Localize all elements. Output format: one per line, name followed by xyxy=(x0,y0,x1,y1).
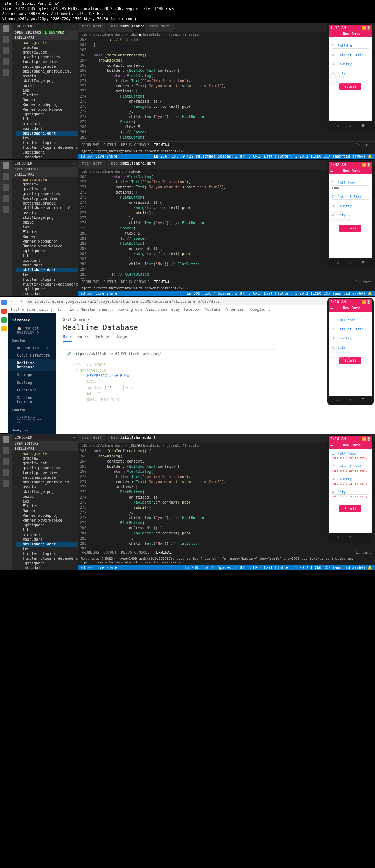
nav-storage[interactable]: Storage xyxy=(8,371,56,379)
tab-main[interactable]: main.dart xyxy=(78,23,107,32)
fullname-value[interactable]: Emma xyxy=(332,186,369,191)
tree-item[interactable]: Flutter xyxy=(16,93,78,98)
tree-item[interactable]: test xyxy=(16,136,78,140)
git-icon[interactable] xyxy=(3,47,9,54)
tab-skill[interactable]: skillshare.dart● xyxy=(133,23,145,32)
project-overview[interactable]: 🏠 Project Overview ⚙ xyxy=(8,324,56,336)
file-tree: awns.gradle gradlew gradlew.bat gradle.p… xyxy=(12,40,78,159)
vscode-frame-1: EXPLORER⋯ OPEN EDITORS 1 UNSAVED SKILLSH… xyxy=(0,23,375,159)
country-input[interactable] xyxy=(105,385,124,390)
vscode-frame-4: EXPLORER⋯ OPEN EDITORS SKILLSHARE awns.g… xyxy=(0,434,375,570)
tree-item[interactable]: skillImage.png xyxy=(16,78,78,83)
nav-hosting[interactable]: Hosting xyxy=(8,379,56,386)
back-icon[interactable] xyxy=(1,300,7,305)
tab-data[interactable]: data.dart xyxy=(145,23,174,32)
firebase-brand: Firebase xyxy=(8,316,56,324)
tree-item[interactable]: gradlew.bat xyxy=(16,50,78,55)
tree-item[interactable]: skillshare_android.iml xyxy=(16,69,78,74)
tree-item[interactable]: build xyxy=(16,83,78,88)
nav-fwd-icon[interactable]: → xyxy=(15,299,18,304)
tree-item[interactable]: settings.gradle xyxy=(16,64,78,69)
err-fullname: This field can be empty xyxy=(332,456,369,460)
bookmarks-bar: Full online history: t... Euro-Mediterra… xyxy=(8,306,375,313)
tree-item[interactable]: awns.gradle xyxy=(16,40,78,45)
nav-ml[interactable]: Machine Learning xyxy=(8,394,56,406)
debug-icon[interactable] xyxy=(3,58,9,65)
more-icon[interactable]: ⋯ xyxy=(73,24,75,28)
nav-home[interactable]: ○ xyxy=(349,124,351,128)
db-url[interactable]: 🔗 https://skillshare-67d95.firebaseio.co… xyxy=(63,349,276,358)
tree-item[interactable]: gradle.properties xyxy=(16,55,78,59)
db-country[interactable]: country: + × xyxy=(70,384,360,391)
cursor-pos[interactable]: Ln 276, Col 49 (29 selected) Spaces: 2 U… xyxy=(154,154,372,158)
nav-auth[interactable]: Authentication xyxy=(8,344,56,352)
nav-back-icon[interactable]: ← xyxy=(11,299,13,304)
activity-bar xyxy=(0,23,12,159)
db-name[interactable]: name: "New York" xyxy=(70,397,360,402)
terminal-output: bject_r:sysfs_batteryinfo:s0 tclass=dir … xyxy=(78,148,375,154)
nav-back[interactable]: ◁ xyxy=(336,124,338,128)
tree-item[interactable]: skillshare.dart xyxy=(16,131,78,136)
tree-item[interactable]: local.properties xyxy=(16,59,78,64)
project-breadcrumb[interactable]: SkillShare ▾ xyxy=(63,317,368,321)
field-dob[interactable]: 2. Date of Birth xyxy=(332,53,369,58)
nav-functions[interactable]: Functions xyxy=(8,386,56,394)
vscode-frame-2: EXPLORER⋯ OPEN EDITORS SKILLSHARE awns.g… xyxy=(0,160,375,296)
ext-icon[interactable] xyxy=(3,69,9,76)
tree-item[interactable]: ios xyxy=(16,88,78,93)
terminal-panel: PROBLEMS OUTPUT DEBUG CONSOLE TERMINAL 1… xyxy=(78,141,375,154)
tab-data[interactable]: Data xyxy=(63,335,72,342)
tree-item[interactable]: Runner.xcworkspace xyxy=(16,107,78,112)
page-title: Realtime Database xyxy=(63,323,368,332)
video-line: Video: h264, yuv420p, 1280x720, 1359 kb/… xyxy=(2,16,373,22)
back-icon[interactable]: ← xyxy=(330,32,333,36)
phone-emulator-1: 1:47 AM📶🔋 ←New Data SKILL share 1. FullN… xyxy=(327,23,374,131)
tree-item[interactable]: lib xyxy=(16,117,78,121)
tree-item[interactable]: Runner xyxy=(16,98,78,102)
audio-line: Audio: aac, 48000 Hz, 2 channels, s16, 1… xyxy=(2,11,373,16)
term-kind[interactable]: 1: dart xyxy=(356,143,371,147)
tree-item[interactable]: flutter-plugins xyxy=(16,140,78,145)
tree-item[interactable]: gradlew xyxy=(16,45,78,50)
tree-item[interactable]: .gitignore xyxy=(16,112,78,117)
firebase-browser-frame: ←→⟳ console.firebase.google.com/u/3/proj… xyxy=(0,297,375,433)
tab-backups[interactable]: Backups xyxy=(94,335,110,342)
search-icon[interactable] xyxy=(3,36,9,43)
address-bar[interactable]: console.firebase.google.com/u/3/project/… xyxy=(25,298,372,305)
tree-item[interactable]: .gitignore xyxy=(16,150,78,155)
reload-icon[interactable]: ⟳ xyxy=(20,299,23,304)
phone-emulator-2: 2:02 AM📶🔋 ←New Data SKILL share 1. Full … xyxy=(327,161,374,268)
tree-item[interactable]: main.dart xyxy=(16,126,78,131)
output-tab[interactable]: OUTPUT xyxy=(103,143,116,147)
problems-tab[interactable]: PROBLEMS xyxy=(81,143,99,147)
tree-item[interactable]: .metadata xyxy=(16,155,78,159)
root-node[interactable]: skillshare-67d95 xyxy=(70,362,360,368)
db-key[interactable]: └ -MFYMF0SJG_zzgH_BeJv xyxy=(70,373,360,379)
nav-firestore[interactable]: Cloud Firestore xyxy=(8,352,56,359)
tree-item[interactable]: Runner.xcodeproj xyxy=(16,102,78,107)
size-line: Size: 287258185 bytes (273.95 MiB), dura… xyxy=(2,6,373,11)
tab-rules[interactable]: Rules xyxy=(78,335,89,342)
db-node[interactable]: └ employee_bio xyxy=(70,368,360,373)
nav-rtdb[interactable]: Realtime Database xyxy=(8,359,56,371)
video-info-header: File: 4. Submit Part 2.mp4 Size: 2872581… xyxy=(0,0,375,23)
tree-item[interactable]: assets xyxy=(16,74,78,78)
terminal-tab[interactable]: TERMINAL xyxy=(154,143,172,147)
open-editors[interactable]: OPEN EDITORS 1 UNSAVED xyxy=(12,30,78,35)
phone-emulator-4: 2:16 AM📶🔋 ←New Data 1. Full Name This fi… xyxy=(327,435,374,542)
db-city[interactable]: city: "" xyxy=(70,379,360,384)
tree-item[interactable]: flutter-plugins-dependenc... xyxy=(16,145,78,150)
tab-usage[interactable]: Usage xyxy=(116,335,127,342)
project-root[interactable]: SKILLSHARE xyxy=(12,35,78,40)
field-fullname[interactable]: 1. FullName xyxy=(332,44,369,49)
files-icon[interactable] xyxy=(3,25,9,32)
status-bar: ⚙0 ⚠0Live Share Ln 276, Col 49 (29 selec… xyxy=(78,154,375,159)
field-country[interactable]: 3. Country xyxy=(332,62,369,67)
watermark: SKILL share xyxy=(329,73,372,86)
sidebar: EXPLORER⋯ OPEN EDITORS 1 UNSAVED SKILLSH… xyxy=(12,23,78,159)
db-dob[interactable]: dob: "" xyxy=(70,391,360,397)
tree-item[interactable]: bio.dart xyxy=(16,121,78,126)
nav-recent[interactable]: ☰ xyxy=(361,124,365,128)
debug-tab[interactable]: DEBUG CONSOLE xyxy=(121,143,149,147)
line-numbers: 2632642652662672682692702712722732742752… xyxy=(78,37,89,141)
